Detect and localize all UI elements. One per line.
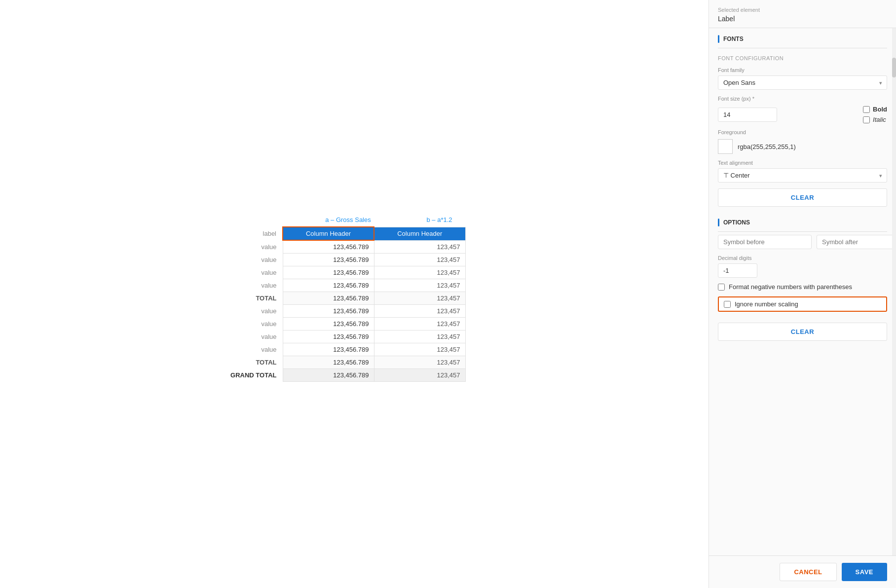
format-negative-label: Format negative numbers with parentheses <box>729 283 852 292</box>
col-a-cell: 123,456.789 <box>283 240 374 254</box>
row-label-cell: value <box>224 279 283 292</box>
col-b-cell: 123,457 <box>374 292 465 305</box>
ignore-scaling-checkbox[interactable] <box>724 301 731 308</box>
ignore-scaling-label: Ignore number scaling <box>735 300 798 308</box>
format-negative-checkbox[interactable] <box>718 284 725 291</box>
fonts-clear-button[interactable]: CLEAR <box>718 188 887 207</box>
font-family-label: Font family <box>718 67 887 73</box>
table-row: TOTAL123,456.789123,457 <box>224 292 465 305</box>
row-label-cell: label <box>224 227 283 240</box>
table-row: value123,456.789123,457 <box>224 266 465 279</box>
col-b-cell: 123,457 <box>374 356 465 369</box>
symbol-row <box>718 235 887 249</box>
selected-element-label: Selected element <box>718 7 887 13</box>
panel-footer: CANCEL SAVE <box>709 555 896 588</box>
italic-checkbox-label: Italic <box>863 116 887 123</box>
col-b-cell: Column Header <box>374 227 465 240</box>
row-label-cell: value <box>224 343 283 356</box>
row-label-cell: TOTAL <box>224 292 283 305</box>
checkbox-group: Format negative numbers with parentheses… <box>718 283 887 312</box>
col-b-cell: 123,457 <box>374 254 465 266</box>
column-headers-row: a – Gross Sales b – a*1.2 <box>302 216 485 226</box>
color-swatch[interactable] <box>718 139 733 154</box>
decimal-digits-label: Decimal digits <box>718 255 887 261</box>
cancel-button[interactable]: CANCEL <box>780 563 836 581</box>
options-section-title: OPTIONS <box>718 212 887 232</box>
table-row: value123,456.789123,457 <box>224 240 465 254</box>
col-b-cell: 123,457 <box>374 369 465 382</box>
text-alignment-select[interactable]: ⊤ Center Left Right <box>718 168 887 183</box>
col-b-cell: 123,457 <box>374 331 465 343</box>
text-align-select-wrapper: ⊤ Center Left Right ▾ <box>718 168 887 183</box>
col-a-cell: 123,456.789 <box>283 254 374 266</box>
col-a-cell: 123,456.789 <box>283 356 374 369</box>
col-a-cell: 123,456.789 <box>283 343 374 356</box>
foreground-row: rgba(255,255,255,1) <box>718 139 887 154</box>
options-section: OPTIONS Decimal digits Format negative n… <box>709 212 896 341</box>
font-family-select-wrapper: Open Sans Arial Roboto Times New Roman ▾ <box>718 75 887 90</box>
col-a-cell: Column Header <box>283 227 374 240</box>
col-a-cell: 123,456.789 <box>283 318 374 331</box>
row-label-cell: TOTAL <box>224 356 283 369</box>
table-row: value123,456.789123,457 <box>224 343 465 356</box>
panel-header: Selected element Label <box>709 0 896 28</box>
col-a-label: a – Gross Sales <box>302 216 394 226</box>
italic-label: Italic <box>873 116 886 123</box>
table-row: value123,456.789123,457 <box>224 279 465 292</box>
table-row: GRAND TOTAL123,456.789123,457 <box>224 369 465 382</box>
col-a-cell: 123,456.789 <box>283 279 374 292</box>
bold-checkbox-label: Bold <box>863 106 887 113</box>
ignore-scaling-wrapper: Ignore number scaling <box>718 296 887 312</box>
font-family-select[interactable]: Open Sans Arial Roboto Times New Roman <box>718 75 887 90</box>
panel-inner: FONTS FONT CONFIGURATION Font family Ope… <box>709 28 896 555</box>
right-panel: Selected element Label FONTS FONT CONFIG… <box>709 0 896 588</box>
row-label-cell: value <box>224 266 283 279</box>
options-clear-button[interactable]: CLEAR <box>718 323 887 341</box>
font-size-input[interactable] <box>718 108 777 122</box>
font-config-label: FONT CONFIGURATION <box>718 55 887 61</box>
table-wrapper: a – Gross Sales b – a*1.2 labelColumn He… <box>224 216 485 382</box>
data-table: labelColumn HeaderColumn Headervalue123,… <box>224 226 466 382</box>
font-size-label: Font size (px) * <box>718 96 887 102</box>
italic-checkbox[interactable] <box>863 116 870 123</box>
decimal-digits-input[interactable] <box>718 263 757 278</box>
col-a-cell: 123,456.789 <box>283 369 374 382</box>
scrollbar-thumb[interactable] <box>892 58 896 77</box>
row-label-cell: value <box>224 254 283 266</box>
col-a-cell: 123,456.789 <box>283 331 374 343</box>
selected-element-value: Label <box>718 15 887 23</box>
row-label-cell: value <box>224 331 283 343</box>
col-b-cell: 123,457 <box>374 343 465 356</box>
col-b-cell: 123,457 <box>374 305 465 318</box>
table-row: value123,456.789123,457 <box>224 331 465 343</box>
col-a-cell: 123,456.789 <box>283 305 374 318</box>
row-label-cell: value <box>224 305 283 318</box>
bold-label: Bold <box>873 106 887 113</box>
row-label-cell: value <box>224 240 283 254</box>
table-row: value123,456.789123,457 <box>224 254 465 266</box>
format-negative-item: Format negative numbers with parentheses <box>718 283 887 292</box>
font-size-row: Bold Italic <box>718 106 887 123</box>
table-row: value123,456.789123,457 <box>224 305 465 318</box>
save-button[interactable]: SAVE <box>842 563 887 581</box>
table-row: TOTAL123,456.789123,457 <box>224 356 465 369</box>
col-b-cell: 123,457 <box>374 318 465 331</box>
col-b-cell: 123,457 <box>374 279 465 292</box>
panel-scroll-container: FONTS FONT CONFIGURATION Font family Ope… <box>709 28 896 555</box>
fonts-section-title: FONTS <box>718 28 887 48</box>
fonts-section: FONTS FONT CONFIGURATION Font family Ope… <box>709 28 896 207</box>
symbol-after-input[interactable] <box>817 235 896 249</box>
row-label-cell: value <box>224 318 283 331</box>
bold-checkbox[interactable] <box>863 106 870 113</box>
fonts-title-text: FONTS <box>723 36 744 42</box>
col-a-cell: 123,456.789 <box>283 266 374 279</box>
foreground-label: Foreground <box>718 129 887 135</box>
color-value: rgba(255,255,255,1) <box>738 143 796 150</box>
col-b-label: b – a*1.2 <box>394 216 485 226</box>
col-a-cell: 123,456.789 <box>283 292 374 305</box>
table-row: value123,456.789123,457 <box>224 318 465 331</box>
symbol-before-input[interactable] <box>718 235 812 249</box>
col-b-cell: 123,457 <box>374 240 465 254</box>
main-content: a – Gross Sales b – a*1.2 labelColumn He… <box>0 0 709 588</box>
scrollbar-track <box>892 28 896 555</box>
